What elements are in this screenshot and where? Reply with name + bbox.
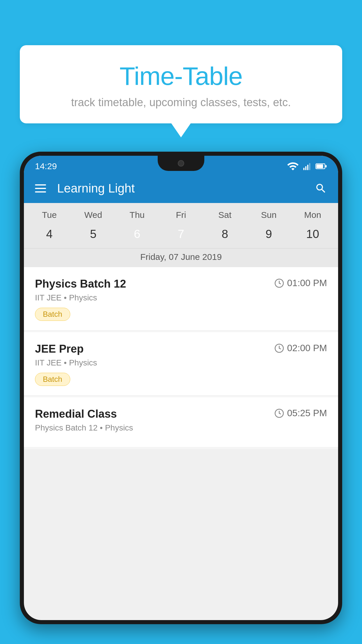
svg-rect-0 bbox=[303, 168, 305, 170]
signal-icon bbox=[303, 162, 312, 171]
schedule-item-3-meta: Physics Batch 12 • Physics bbox=[35, 423, 327, 433]
day-5[interactable]: 5 bbox=[71, 225, 115, 244]
schedule-item-1-header: Physics Batch 12 01:00 PM bbox=[35, 278, 327, 290]
schedule-item-2-header: JEE Prep 02:00 PM bbox=[35, 343, 327, 355]
day-header-sun: Sun bbox=[247, 210, 291, 222]
status-icons bbox=[287, 160, 327, 172]
schedule-item-1-time-label: 01:00 PM bbox=[287, 278, 327, 288]
schedule-item-1-time: 01:00 PM bbox=[274, 278, 327, 288]
day-header-fri: Fri bbox=[159, 210, 203, 222]
day-4[interactable]: 4 bbox=[27, 225, 71, 244]
schedule-item-1-badge: Batch bbox=[35, 308, 70, 321]
schedule-item-2-time-label: 02:00 PM bbox=[287, 343, 327, 354]
day-numbers: 4 5 6 7 8 9 10 bbox=[24, 222, 338, 248]
wifi-icon bbox=[287, 160, 299, 172]
schedule-item-3-time-label: 05:25 PM bbox=[287, 408, 327, 419]
day-6-today[interactable]: 6 bbox=[115, 225, 159, 244]
app-bar: Learning Light bbox=[24, 174, 338, 203]
day-header-thu: Thu bbox=[115, 210, 159, 222]
schedule-item-2-name: JEE Prep bbox=[35, 343, 84, 355]
schedule-item-3[interactable]: Remedial Class 05:25 PM Physics Batch 12… bbox=[24, 397, 338, 447]
day-8[interactable]: 8 bbox=[203, 225, 247, 244]
menu-button[interactable] bbox=[35, 184, 46, 192]
speech-bubble-container: Time-Table track timetable, upcoming cla… bbox=[20, 45, 342, 123]
schedule-item-2-badge: Batch bbox=[35, 373, 70, 386]
schedule-item-1-name: Physics Batch 12 bbox=[35, 278, 126, 290]
svg-rect-1 bbox=[305, 166, 306, 170]
svg-rect-5 bbox=[317, 164, 323, 168]
phone-notch bbox=[158, 156, 204, 171]
clock-icon-2 bbox=[274, 343, 284, 353]
calendar-strip: Tue Wed Thu Fri Sat Sun Mon 4 5 6 7 8 9 … bbox=[24, 203, 338, 267]
clock-icon-1 bbox=[274, 278, 284, 288]
schedule-item-2-time: 02:00 PM bbox=[274, 343, 327, 354]
selected-date-label: Friday, 07 June 2019 bbox=[24, 248, 338, 267]
svg-rect-2 bbox=[307, 165, 308, 170]
battery-icon bbox=[315, 162, 327, 170]
schedule-item-1-meta: IIT JEE • Physics bbox=[35, 293, 327, 302]
day-10[interactable]: 10 bbox=[291, 225, 335, 244]
camera-dot bbox=[178, 160, 184, 167]
bubble-title: Time-Table bbox=[34, 61, 328, 91]
schedule-item-1[interactable]: Physics Batch 12 01:00 PM IIT JEE • Phys… bbox=[24, 267, 338, 330]
phone-mockup: 14:29 bbox=[20, 152, 342, 624]
schedule-item-2-meta: IIT JEE • Physics bbox=[35, 358, 327, 368]
phone-inner: 14:29 bbox=[24, 156, 338, 620]
day-header-mon: Mon bbox=[291, 210, 335, 222]
svg-rect-3 bbox=[309, 163, 310, 170]
day-header-sat: Sat bbox=[203, 210, 247, 222]
schedule-item-2[interactable]: JEE Prep 02:00 PM IIT JEE • Physics Batc… bbox=[24, 332, 338, 396]
speech-bubble: Time-Table track timetable, upcoming cla… bbox=[20, 45, 342, 123]
status-time: 14:29 bbox=[35, 161, 57, 171]
day-header-wed: Wed bbox=[71, 210, 115, 222]
day-7-selected[interactable]: 7 bbox=[159, 225, 203, 244]
day-header-tue: Tue bbox=[27, 210, 71, 222]
schedule-list: Physics Batch 12 01:00 PM IIT JEE • Phys… bbox=[24, 267, 338, 449]
day-headers: Tue Wed Thu Fri Sat Sun Mon bbox=[24, 210, 338, 222]
day-9[interactable]: 9 bbox=[247, 225, 291, 244]
schedule-item-3-time: 05:25 PM bbox=[274, 408, 327, 419]
schedule-item-3-name: Remedial Class bbox=[35, 408, 117, 420]
schedule-item-3-header: Remedial Class 05:25 PM bbox=[35, 408, 327, 420]
bubble-subtitle: track timetable, upcoming classes, tests… bbox=[34, 96, 328, 109]
clock-icon-3 bbox=[274, 408, 284, 418]
search-button[interactable] bbox=[315, 182, 327, 195]
app-title: Learning Light bbox=[57, 181, 306, 195]
svg-rect-6 bbox=[325, 165, 326, 168]
